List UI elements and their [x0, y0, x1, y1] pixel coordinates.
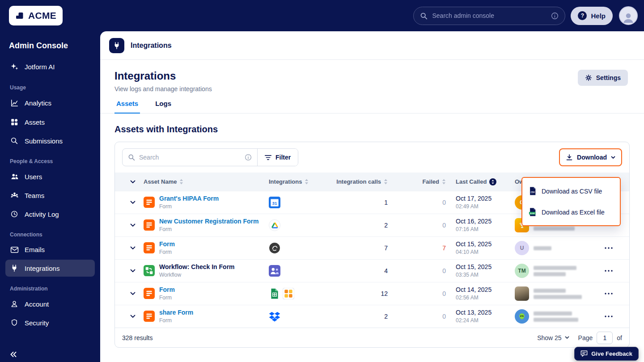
tab-assets[interactable]: Assets [114, 100, 140, 114]
settings-label: Settings [596, 74, 621, 81]
microsoft-teams-icon [269, 265, 280, 277]
mailchimp-icon [269, 242, 280, 254]
asset-name-link[interactable]: New Customer Registration Form [159, 218, 258, 225]
row-expand-chevron[interactable] [122, 315, 144, 318]
sidebar-item-activity-log[interactable]: Activity Log [5, 206, 95, 223]
activity-log-clock-icon [10, 210, 19, 218]
expand-all-chevron[interactable] [122, 180, 144, 184]
last-called-time: 02:49 AM [456, 204, 515, 210]
download-dropdown-menu: CSV Download as CSV file XLSX Download a… [521, 177, 621, 226]
chevron-down-icon [565, 336, 569, 339]
alien-icon [518, 312, 526, 320]
page-number-input[interactable] [597, 332, 613, 344]
sort-active-icon[interactable] [489, 178, 496, 185]
row-actions-button[interactable] [595, 247, 622, 249]
column-header-last-called[interactable]: Last Called [452, 178, 515, 185]
panel-header: Integrations [100, 31, 644, 60]
search-icon [420, 12, 428, 20]
google-calendar-icon: 31 [269, 197, 280, 208]
show-per-page-select[interactable]: Show 25 [537, 334, 569, 341]
admin-search[interactable] [413, 7, 565, 25]
asset-name-link[interactable]: share Form [159, 309, 193, 316]
sort-icon[interactable] [179, 179, 183, 185]
column-header-integration-calls[interactable]: Integration calls [327, 178, 394, 185]
row-expand-chevron[interactable] [122, 223, 144, 227]
failed-value: 7 [394, 244, 452, 252]
sidebar-item-emails[interactable]: Emails [5, 241, 95, 258]
integration-calls-value: 7 [327, 244, 394, 252]
sort-icon[interactable] [305, 179, 309, 185]
last-called-time: 02:56 AM [456, 295, 515, 301]
sidebar-item-jotform-ai[interactable]: Jotform AI [5, 58, 95, 76]
sidebar-item-users[interactable]: Users [5, 168, 95, 185]
last-called-date: Oct 16, 2025 [456, 218, 515, 225]
filter-label: Filter [275, 154, 291, 161]
sidebar-item-assets[interactable]: Assets [5, 114, 95, 130]
download-excel-option[interactable]: XLSX Download as Excel file [522, 202, 620, 223]
acme-logo[interactable]: ACME [9, 6, 63, 25]
feedback-bubble-icon [580, 350, 588, 357]
sidebar-item-analytics[interactable]: Analytics [5, 94, 95, 112]
svg-text:XLSX: XLSX [530, 212, 535, 215]
filter-icon [265, 155, 271, 160]
row-expand-chevron[interactable] [122, 269, 144, 273]
page-title: Integrations [114, 70, 212, 82]
asset-name-link[interactable]: Form [159, 241, 175, 248]
tab-logs[interactable]: Logs [153, 100, 173, 114]
person-icon [622, 11, 635, 24]
asset-name-link[interactable]: Form [159, 286, 175, 293]
table-search[interactable] [123, 149, 258, 166]
column-header-failed[interactable]: Failed [394, 178, 452, 185]
sidebar-item-security[interactable]: Security [5, 314, 95, 331]
user-avatar[interactable] [619, 6, 638, 25]
column-header-asset-name[interactable]: Asset Name [144, 178, 269, 185]
redacted-owner-name [534, 246, 551, 250]
assets-grid-icon [10, 118, 19, 126]
row-expand-chevron[interactable] [122, 292, 144, 295]
sort-icon[interactable] [442, 179, 446, 185]
table-row: Form Form 12 0 Oct 14, 202502:56 AM [115, 282, 629, 305]
failed-value: 0 [394, 313, 452, 320]
integrations-table-card: Filter Download Asset Name Integrations [114, 142, 630, 348]
filter-button[interactable]: Filter [258, 149, 298, 166]
workflow-icon [144, 265, 155, 276]
integration-calls-value: 12 [327, 290, 394, 297]
sidebar-section-connections: Connections [5, 224, 95, 241]
envelope-icon [10, 246, 19, 253]
csv-file-icon: CSV [529, 186, 537, 196]
row-actions-button[interactable] [595, 270, 622, 272]
column-header-integrations[interactable]: Integrations [269, 178, 327, 185]
svg-text:CSV: CSV [531, 191, 535, 194]
row-expand-chevron[interactable] [122, 201, 144, 204]
asset-name-link[interactable]: Workflow: Check In Form [159, 264, 235, 270]
search-icon [128, 154, 135, 161]
failed-value: 0 [394, 267, 452, 274]
sidebar-item-teams[interactable]: Teams [5, 187, 95, 204]
download-csv-option[interactable]: CSV Download as CSV file [522, 181, 620, 202]
sidebar-item-integrations[interactable]: Integrations [5, 260, 95, 277]
collapse-sidebar-icon[interactable] [8, 349, 19, 359]
row-actions-button[interactable] [595, 316, 622, 317]
admin-search-input[interactable] [432, 12, 547, 19]
sidebar-title: Admin Console [5, 38, 95, 58]
redacted-owner-name [534, 289, 566, 293]
page-of-label: of [617, 334, 622, 341]
form-icon [144, 197, 155, 208]
chevron-down-icon [611, 156, 615, 159]
analytics-icon [10, 99, 19, 107]
sidebar-item-submissions[interactable]: Submissions [5, 132, 95, 149]
last-called-date: Oct 17, 2025 [456, 195, 515, 202]
give-feedback-button[interactable]: Give Feedback [574, 347, 639, 361]
row-actions-button[interactable] [595, 293, 622, 295]
acme-logo-text: ACME [28, 10, 56, 21]
table-row: Form Form 7 7 Oct 15, 202504:10 AM U [115, 236, 629, 259]
download-button[interactable]: Download [559, 148, 622, 166]
table-search-input[interactable] [139, 154, 241, 161]
question-mark-icon: ? [578, 11, 587, 20]
sort-icon[interactable] [384, 179, 388, 185]
row-expand-chevron[interactable] [122, 246, 144, 250]
asset-name-link[interactable]: Grant's HIPAA Form [159, 195, 219, 202]
settings-button[interactable]: Settings [578, 70, 628, 86]
sidebar-item-account[interactable]: Account [5, 295, 95, 312]
help-button[interactable]: ? Help [571, 7, 613, 25]
